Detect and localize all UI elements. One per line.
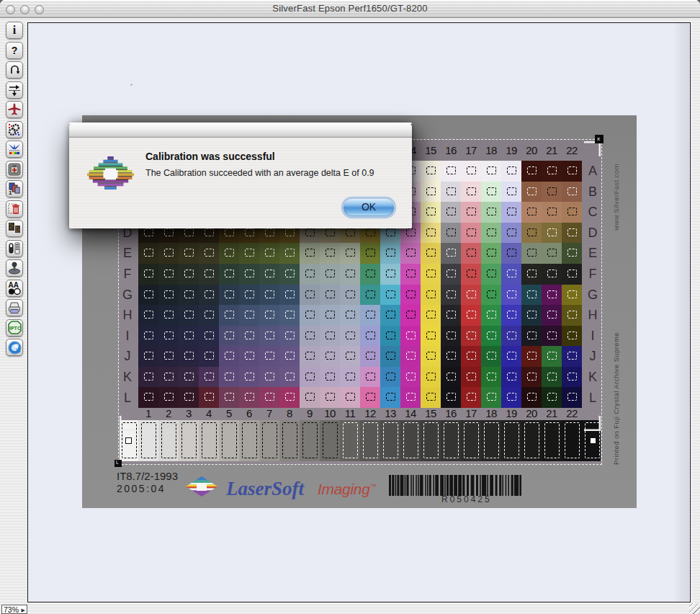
svg-text:IPTC: IPTC <box>9 326 21 331</box>
svg-text:1: 1 <box>9 190 12 196</box>
svg-text:AA: AA <box>9 281 19 289</box>
